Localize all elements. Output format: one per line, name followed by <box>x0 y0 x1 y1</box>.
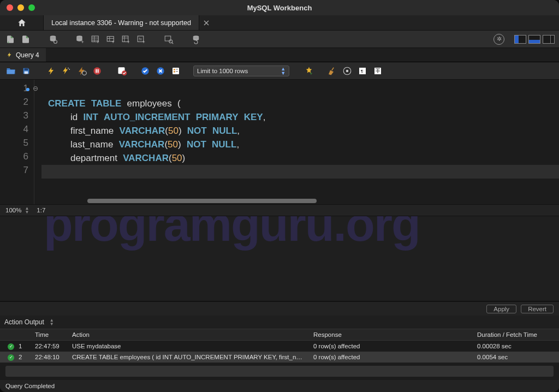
svg-text:+: + <box>112 39 115 44</box>
svg-rect-21 <box>98 69 99 73</box>
maximize-window-button[interactable] <box>28 4 35 11</box>
rollback-button[interactable] <box>155 66 166 76</box>
open-sql-file-button[interactable] <box>20 33 32 45</box>
editor-horizontal-scrollbar[interactable] <box>87 199 317 203</box>
find-button[interactable] <box>326 66 337 76</box>
line-gutter: 1234567 <box>0 80 34 204</box>
svg-point-34 <box>346 69 349 72</box>
svg-point-1 <box>50 35 56 38</box>
svg-rect-17 <box>25 68 28 70</box>
create-table-button[interactable]: + <box>90 33 102 45</box>
action-output-row[interactable]: ✓ 2 22:48:10 CREATE TABLE employees ( id… <box>0 352 559 363</box>
editor-status-bar: 100% ▲▼ 1:7 <box>0 204 559 216</box>
svg-rect-18 <box>25 71 28 74</box>
output-filter-bar[interactable] <box>5 366 554 377</box>
connection-tab-close[interactable] <box>199 15 213 30</box>
zoom-value: 100% <box>5 207 21 213</box>
code-content[interactable]: CREATE TABLE employees ( id INT AUTO_INC… <box>41 80 559 204</box>
output-type-select[interactable]: Action Output <box>4 318 44 326</box>
open-file-button[interactable] <box>5 66 16 76</box>
revert-button[interactable]: Revert <box>521 305 554 313</box>
save-file-button[interactable] <box>21 66 32 76</box>
toggle-limit-button[interactable] <box>170 66 181 76</box>
execute-current-button[interactable] <box>61 66 72 76</box>
connection-tab[interactable]: Local instance 3306 - Warning - not supp… <box>44 15 199 30</box>
select-arrows-icon: ▲▼ <box>281 67 286 75</box>
svg-rect-30 <box>176 71 178 72</box>
svg-rect-32 <box>331 67 334 70</box>
status-text: Query Completed <box>5 383 55 389</box>
search-table-data-button[interactable] <box>163 33 175 45</box>
svg-rect-28 <box>176 69 178 69</box>
toggle-invisible-button[interactable] <box>342 66 353 76</box>
select-arrows-icon: ▲▼ <box>50 318 54 326</box>
svg-text:+: + <box>142 39 145 44</box>
svg-rect-20 <box>96 69 97 73</box>
query-tab[interactable]: Query 4 <box>0 48 46 62</box>
create-view-button[interactable]: + <box>105 33 117 45</box>
action-output-row[interactable]: ✓ 1 22:47:59 USE mydatabase 0 row(s) aff… <box>0 341 559 352</box>
stepper-arrows-icon: ▲▼ <box>25 206 29 214</box>
zoom-control[interactable]: 100% ▲▼ <box>5 206 29 214</box>
status-ok-icon: ✓ <box>8 343 14 350</box>
reconnect-button[interactable] <box>190 33 202 45</box>
svg-text:+: + <box>81 39 84 44</box>
limit-rows-label: Limit to 1000 rows <box>197 68 248 74</box>
beautify-button[interactable]: + <box>304 66 314 76</box>
svg-point-16 <box>193 35 199 38</box>
col-duration: Duration / Fetch Time <box>477 331 559 338</box>
inspector-button[interactable] <box>47 33 59 45</box>
svg-text:fx: fx <box>139 37 142 41</box>
create-procedure-button[interactable]: + <box>120 33 132 45</box>
toggle-autocommit-button[interactable] <box>117 66 128 76</box>
svg-point-3 <box>76 35 82 38</box>
apply-button[interactable]: Apply <box>486 305 516 313</box>
snippets-button[interactable] <box>372 66 383 76</box>
wrap-lines-button[interactable]: ¶ <box>357 66 368 76</box>
commit-button[interactable] <box>140 66 151 76</box>
query-tab-label: Query 4 <box>16 51 39 59</box>
lightning-icon <box>7 52 13 58</box>
status-bar: Query Completed <box>0 380 559 392</box>
svg-text:+: + <box>7 39 10 44</box>
action-output-header-row: Time Action Response Duration / Fetch Ti… <box>0 329 559 341</box>
action-output-table: Time Action Response Duration / Fetch Ti… <box>0 329 559 380</box>
sql-editor[interactable]: 1234567 CREATE TABLE employees ( id INT … <box>0 80 559 204</box>
create-schema-button[interactable]: + <box>74 33 86 45</box>
explain-button[interactable] <box>76 66 87 76</box>
col-response: Response <box>313 331 477 338</box>
svg-text:+: + <box>97 39 99 44</box>
create-function-button[interactable]: fx+ <box>135 33 147 45</box>
svg-rect-29 <box>174 71 175 73</box>
settings-button[interactable]: ✲ <box>493 34 504 45</box>
main-toolbar: + + + + + fx+ ✲ <box>0 31 559 48</box>
apply-bar: Apply Revert <box>0 301 559 316</box>
output-panel-header: Action Output ▲▼ <box>0 316 559 329</box>
toggle-left-panel-button[interactable] <box>514 35 526 44</box>
new-sql-tab-button[interactable]: + <box>4 33 16 45</box>
toggle-bottom-panel-button[interactable] <box>528 35 540 44</box>
close-icon <box>204 20 209 26</box>
fold-bar <box>34 80 41 204</box>
title-bar: MySQL Workbench <box>0 0 559 15</box>
window-title: MySQL Workbench <box>0 4 559 12</box>
connection-tab-bar: Local instance 3306 - Warning - not supp… <box>0 15 559 31</box>
stop-button[interactable] <box>92 66 103 76</box>
watermark-text: programguru.org <box>44 216 548 252</box>
result-grid-area: programguru.org <box>0 216 559 301</box>
svg-rect-27 <box>174 69 175 70</box>
svg-text:+: + <box>310 71 313 76</box>
app-window: MySQL Workbench Local instance 3306 - Wa… <box>0 0 559 392</box>
svg-text:¶: ¶ <box>361 69 364 74</box>
home-tab[interactable] <box>0 15 44 30</box>
svg-point-19 <box>82 71 87 75</box>
minimize-window-button[interactable] <box>17 4 24 11</box>
col-action: Action <box>72 331 313 338</box>
execute-button[interactable] <box>46 66 57 76</box>
toggle-right-panel-button[interactable] <box>543 35 555 44</box>
close-window-button[interactable] <box>7 4 13 11</box>
limit-rows-select[interactable]: Limit to 1000 rows ▲▼ <box>193 66 289 76</box>
col-time: Time <box>35 331 72 338</box>
status-ok-icon: ✓ <box>8 354 14 361</box>
query-toolbar: Limit to 1000 rows ▲▼ + ¶ <box>0 62 559 80</box>
